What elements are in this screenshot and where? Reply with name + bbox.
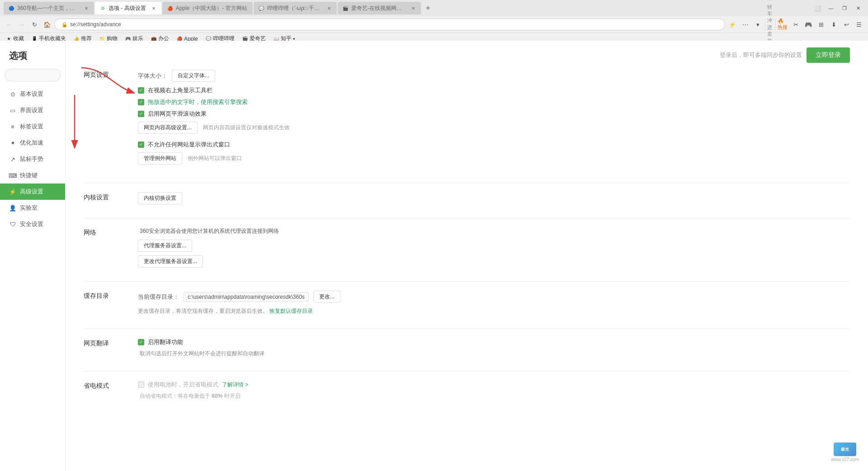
- grid-icon[interactable]: ⊞: [816, 19, 826, 30]
- sidebar-item-optimize[interactable]: ✦ 优化加速: [0, 135, 65, 151]
- section-webpage: 网页设置 字体大小： 自定义字体... 在视频右上角显示工具栏 拖放选中的文字时…: [84, 70, 850, 169]
- section-kernel-content: 内核切换设置: [138, 192, 850, 204]
- download-icon[interactable]: ⬇: [828, 19, 839, 30]
- tab-settings-favicon: ⚙: [99, 5, 106, 11]
- tab-360nav-label: 360导航—一个主页，整个世界: [17, 5, 79, 12]
- watermark-logo: 极光: [834, 443, 856, 456]
- section-kernel: 内核设置 内核切换设置: [84, 192, 850, 204]
- change-proxy-button[interactable]: 更改代理服务器设置...: [138, 255, 203, 268]
- undo-icon[interactable]: ↩: [841, 19, 852, 30]
- power-percent: 60%: [212, 393, 222, 399]
- popup-hint: 例外网站可以弹出窗口: [188, 155, 242, 162]
- tab-settings[interactable]: ⚙ 选项 - 高级设置 ✕: [95, 2, 161, 14]
- checkbox-translate[interactable]: [138, 339, 144, 345]
- cache-hint-text: 更改缓存目录，将清空现有缓存，重启浏览器后生效。: [138, 308, 268, 314]
- restore-cache-link[interactable]: 恢复默认缓存目录: [269, 308, 313, 314]
- checkbox-popup-label: 不允许任何网站显示弹出式窗口: [148, 141, 230, 149]
- sidebar-item-basic[interactable]: ⊙ 基本设置: [0, 86, 65, 102]
- sidebar-search-input[interactable]: [5, 69, 61, 81]
- watermark-site: www.x27.com: [831, 457, 859, 462]
- tabs-icon: ≡: [9, 123, 16, 130]
- dropdown-icon[interactable]: ▾: [752, 19, 763, 30]
- tab-iqiyi-favicon: 🎬: [342, 5, 349, 11]
- security-icon: 🛡: [9, 221, 16, 228]
- tab-360nav-close[interactable]: ✕: [83, 5, 90, 11]
- win-maximize-btn[interactable]: ❐: [838, 3, 851, 13]
- tab-bilibili[interactable]: 💬 哔哩哔哩（'·ωρ□ 千杯-… ✕: [254, 2, 337, 14]
- tab-iqiyi[interactable]: 🎬 爱奇艺-在线视频网站-海量正… ✕: [338, 2, 421, 14]
- extensions-icon[interactable]: ⋯: [740, 19, 750, 30]
- sidebar-item-lab-label: 实验室: [20, 204, 38, 212]
- sidebar-item-tabs-label: 标签设置: [20, 122, 43, 131]
- game-icon[interactable]: 🎮: [803, 19, 814, 30]
- sidebar: 选项 ⊙ 基本设置 ▭ 界面设置 ≡ 标签设置 ✦ 优化加速 ↗ 鼠标手势 ⌨ …: [0, 41, 66, 471]
- checkbox-smooth-scroll[interactable]: [138, 111, 144, 117]
- address-bar[interactable]: 🔒 se://settings/advance: [54, 19, 725, 30]
- tab-bilibili-close[interactable]: ✕: [326, 5, 332, 11]
- power-learn-link[interactable]: 了解详情 >: [222, 381, 248, 389]
- content-settings-row: 网页内容高级设置... 网页内容高级设置仅对极速模式生效: [138, 122, 850, 134]
- checkbox-power-row: 使用电池时，开启省电模式 了解详情 >: [138, 381, 850, 389]
- font-size-label: 字体大小：: [138, 72, 167, 80]
- checkbox-smooth-scroll-row: 启用网页平滑滚动效果: [138, 110, 850, 118]
- search-box[interactable]: 🔍 一轿车冲进卖蒜店铺: [765, 19, 776, 30]
- tab-apple[interactable]: 🍎 Apple（中国大陆）- 官方网站 ✕: [162, 2, 253, 14]
- win-minimize-btn[interactable]: —: [825, 3, 837, 13]
- win-s-btn[interactable]: ⬜: [811, 3, 824, 13]
- scissors-icon[interactable]: ✂: [790, 19, 801, 30]
- font-size-row: 字体大小： 自定义字体...: [138, 70, 850, 82]
- checkbox-drag-search[interactable]: [138, 99, 144, 105]
- tab-apple-close[interactable]: ✕: [252, 5, 253, 11]
- divider-5: [84, 371, 850, 372]
- sidebar-item-shortcuts[interactable]: ⌨ 快捷键: [0, 167, 65, 184]
- forward-button[interactable]: →: [16, 19, 27, 30]
- checkbox-translate-label: 启用翻译功能: [148, 338, 183, 346]
- checkbox-power[interactable]: [138, 382, 144, 388]
- optimize-icon: ✦: [9, 139, 16, 146]
- interface-icon: ▭: [9, 107, 16, 114]
- cache-change-button[interactable]: 更改...: [313, 291, 340, 303]
- sidebar-item-interface[interactable]: ▭ 界面设置: [0, 102, 65, 118]
- kernel-switch-button[interactable]: 内核切换设置: [138, 192, 182, 204]
- window-controls: ⬜ — ❐ ✕: [811, 3, 864, 13]
- home-button[interactable]: 🏠: [42, 19, 52, 30]
- checkbox-power-label: 使用电池时，开启省电模式: [148, 381, 218, 389]
- new-tab-button[interactable]: +: [422, 2, 434, 14]
- sidebar-item-advanced[interactable]: ⚡ 高级设置: [0, 184, 65, 200]
- login-button[interactable]: 立即登录: [807, 47, 850, 63]
- sidebar-item-security[interactable]: 🛡 安全设置: [0, 216, 65, 232]
- checkbox-toolbar[interactable]: [138, 87, 144, 94]
- sidebar-item-tabs[interactable]: ≡ 标签设置: [0, 118, 65, 135]
- menu-icon[interactable]: ☰: [854, 19, 864, 30]
- lightning-icon[interactable]: ⚡: [727, 19, 738, 30]
- section-webpage-label: 网页设置: [84, 70, 120, 169]
- current-cache-label: 当前缓存目录：: [138, 293, 179, 301]
- manage-exceptions-button[interactable]: 管理例外网站: [138, 152, 182, 165]
- popup-section: 不允许任何网站显示弹出式窗口 管理例外网站 例外网站可以弹出窗口: [138, 141, 850, 165]
- hot-icon[interactable]: 🔥热搜: [778, 19, 788, 30]
- checkbox-popup[interactable]: [138, 141, 144, 148]
- win-close-btn[interactable]: ✕: [852, 3, 864, 13]
- tab-iqiyi-close[interactable]: ✕: [410, 5, 416, 11]
- tab-360nav[interactable]: 🔵 360导航—一个主页，整个世界 ✕: [4, 2, 94, 14]
- zhihu-dropdown[interactable]: ▾: [293, 37, 295, 41]
- proxy-settings-button[interactable]: 代理服务器设置...: [138, 240, 192, 252]
- content-settings-button[interactable]: 网页内容高级设置...: [138, 122, 198, 134]
- checkbox-toolbar-label: 在视频右上角显示工具栏: [148, 86, 212, 94]
- section-network-label: 网络: [84, 227, 120, 268]
- section-kernel-label: 内核设置: [84, 192, 120, 204]
- sidebar-search-container: [0, 69, 65, 86]
- cache-path-value: c:\users\admin\appdata\roaming\secoresdk…: [184, 292, 309, 302]
- sidebar-item-lab[interactable]: 👤 实验室: [0, 200, 65, 216]
- watermark-logo-text: 极光: [841, 447, 849, 452]
- nav-bar: ← → ↻ 🏠 🔒 se://settings/advance ⚡ ⋯ ▾ 🔍 …: [0, 16, 868, 33]
- advanced-icon: ⚡: [9, 188, 16, 195]
- refresh-button[interactable]: ↻: [29, 19, 40, 30]
- sidebar-item-advanced-label: 高级设置: [20, 188, 43, 196]
- tab-settings-close[interactable]: ✕: [151, 5, 157, 11]
- sidebar-item-mouse[interactable]: ↗ 鼠标手势: [0, 151, 65, 167]
- back-button[interactable]: ←: [4, 19, 14, 30]
- section-power: 省电模式 使用电池时，开启省电模式 了解详情 > 自动省电模式：将在电量低于 6…: [84, 381, 850, 400]
- checkbox-popup-row: 不允许任何网站显示弹出式窗口: [138, 141, 850, 149]
- font-customize-button[interactable]: 自定义字体...: [172, 70, 215, 82]
